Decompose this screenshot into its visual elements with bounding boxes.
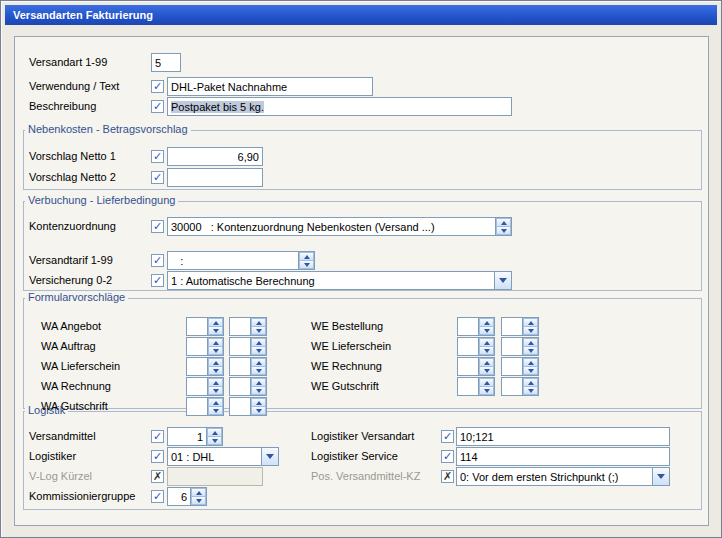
spin-down-icon[interactable] <box>523 327 538 335</box>
spin-up-icon[interactable] <box>479 378 494 387</box>
spin-up-icon[interactable] <box>251 398 266 407</box>
pos-versandmittel-kz-dropdown[interactable]: 0: Vor dem ersten Strichpunkt (;) <box>456 467 670 486</box>
versandart-input[interactable]: 5 <box>151 53 181 72</box>
vorschlag-netto-1-checkbox[interactable]: ✓ <box>151 150 164 163</box>
spin-down-icon[interactable] <box>208 387 223 395</box>
versicherung-checkbox[interactable]: ✓ <box>151 274 164 287</box>
spinner <box>250 318 266 335</box>
versandmittel-checkbox[interactable]: ✓ <box>151 430 164 443</box>
we-bestellung-field-1[interactable] <box>457 317 495 336</box>
spin-down-icon[interactable] <box>191 497 206 505</box>
spin-down-icon[interactable] <box>479 387 494 395</box>
logistiker-service-checkbox[interactable]: ✓ <box>441 450 454 463</box>
spin-up-icon[interactable] <box>251 378 266 387</box>
spin-down-icon[interactable] <box>299 261 314 269</box>
spin-up-icon[interactable] <box>251 318 266 327</box>
wa-auftrag-field-1[interactable] <box>186 337 224 356</box>
wa-rechnung-field-1[interactable] <box>186 377 224 396</box>
wa-lieferschein-field-2[interactable] <box>229 357 267 376</box>
versicherung-dropdown[interactable]: 1 : Automatische Berechnung <box>167 271 512 290</box>
spin-down-icon[interactable] <box>208 367 223 375</box>
logistiker-dropdown[interactable]: 01 : DHL <box>167 447 279 466</box>
spin-up-icon[interactable] <box>479 318 494 327</box>
spin-down-icon[interactable] <box>251 407 266 415</box>
logistiker-service-input[interactable]: 114 <box>456 447 670 466</box>
spin-up-icon[interactable] <box>523 358 538 367</box>
dropdown-arrow-icon[interactable] <box>494 272 511 289</box>
wa-rechnung-field-2[interactable] <box>229 377 267 396</box>
logistiker-checkbox[interactable]: ✓ <box>151 450 164 463</box>
spin-up-icon[interactable] <box>523 318 538 327</box>
titlebar[interactable]: Versandarten Fakturierung <box>5 5 717 25</box>
wa-angebot-field-1[interactable] <box>186 317 224 336</box>
pos-versandmittel-kz-checkbox[interactable]: ✗ <box>441 470 454 483</box>
kommissioniergruppe-label: Kommissioniergruppe <box>29 490 135 502</box>
row-wa-angebot: WA Angebot WE Bestellung <box>15 317 708 337</box>
vorschlag-netto-1-input[interactable]: 6,90 <box>167 147 263 166</box>
kontenzuordnung-checkbox[interactable]: ✓ <box>151 220 164 233</box>
we-rechnung-field-1[interactable] <box>457 357 495 376</box>
versandtarif-combobox[interactable]: : <box>167 251 315 270</box>
spin-up-icon[interactable] <box>191 488 206 497</box>
spin-down-icon[interactable] <box>523 347 538 355</box>
spin-up-icon[interactable] <box>208 398 223 407</box>
beschreibung-checkbox[interactable]: ✓ <box>151 100 164 113</box>
we-bestellung-field-2[interactable] <box>501 317 539 336</box>
versandtarif-checkbox[interactable]: ✓ <box>151 254 164 267</box>
spin-up-icon[interactable] <box>208 318 223 327</box>
spin-up-icon[interactable] <box>208 358 223 367</box>
kommissioniergruppe-input[interactable]: 6 <box>167 487 207 506</box>
we-gutschrift-field-1[interactable] <box>457 377 495 396</box>
verwendung-input[interactable]: DHL-Paket Nachnahme <box>167 77 373 96</box>
spin-down-icon[interactable] <box>479 327 494 335</box>
wa-lieferschein-field-1[interactable] <box>186 357 224 376</box>
wa-auftrag-field-2[interactable] <box>229 337 267 356</box>
spin-down-icon[interactable] <box>208 347 223 355</box>
spin-up-icon[interactable] <box>208 378 223 387</box>
spin-up-icon[interactable] <box>479 338 494 347</box>
spin-down-icon[interactable] <box>251 367 266 375</box>
we-rechnung-field-2[interactable] <box>501 357 539 376</box>
row-vorschlag-netto-2: Vorschlag Netto 2 ✓ <box>15 168 708 188</box>
dropdown-arrow-icon[interactable] <box>652 468 669 485</box>
spin-up-icon[interactable] <box>496 218 511 227</box>
spin-up-icon[interactable] <box>207 428 222 437</box>
versandmittel-input[interactable]: 1 <box>167 427 223 446</box>
spin-down-icon[interactable] <box>523 367 538 375</box>
spin-up-icon[interactable] <box>251 338 266 347</box>
we-lieferschein-field-2[interactable] <box>501 337 539 356</box>
we-gutschrift-field-2[interactable] <box>501 377 539 396</box>
spin-down-icon[interactable] <box>496 227 511 235</box>
logistiker-versandart-checkbox[interactable]: ✓ <box>441 430 454 443</box>
spin-down-icon[interactable] <box>251 347 266 355</box>
spin-up-icon[interactable] <box>299 252 314 261</box>
spin-up-icon[interactable] <box>251 358 266 367</box>
verwendung-checkbox[interactable]: ✓ <box>151 80 164 93</box>
we-lieferschein-field-1[interactable] <box>457 337 495 356</box>
row-kommissioniergruppe: Kommissioniergruppe ✓ 6 <box>15 487 708 507</box>
spin-down-icon[interactable] <box>208 327 223 335</box>
spin-down-icon[interactable] <box>479 367 494 375</box>
vorschlag-netto-2-input[interactable] <box>167 168 263 187</box>
spin-down-icon[interactable] <box>523 387 538 395</box>
spin-up-icon[interactable] <box>479 358 494 367</box>
beschreibung-input[interactable]: Postpaket bis 5 kg. <box>167 97 512 116</box>
spin-up-icon[interactable] <box>523 338 538 347</box>
spin-down-icon[interactable] <box>207 437 222 445</box>
spin-up-icon[interactable] <box>208 338 223 347</box>
kommissioniergruppe-checkbox[interactable]: ✓ <box>151 490 164 503</box>
spin-up-icon[interactable] <box>523 378 538 387</box>
dropdown-arrow-icon[interactable] <box>261 448 278 465</box>
vlog-kuerzel-checkbox[interactable]: ✗ <box>151 470 164 483</box>
wa-gutschrift-field-2[interactable] <box>229 397 267 416</box>
spin-down-icon[interactable] <box>208 407 223 415</box>
wa-gutschrift-field-1[interactable] <box>186 397 224 416</box>
wa-angebot-field-2[interactable] <box>229 317 267 336</box>
spin-down-icon[interactable] <box>251 387 266 395</box>
kontenzuordnung-combobox[interactable]: 30000 : Kontenzuordnung Nebenkosten (Ver… <box>167 217 512 236</box>
row-versicherung: Versicherung 0-2 ✓ 1 : Automatische Bere… <box>15 271 708 291</box>
spin-down-icon[interactable] <box>251 327 266 335</box>
vorschlag-netto-2-checkbox[interactable]: ✓ <box>151 171 164 184</box>
spin-down-icon[interactable] <box>479 347 494 355</box>
logistiker-versandart-input[interactable]: 10;121 <box>456 427 670 446</box>
